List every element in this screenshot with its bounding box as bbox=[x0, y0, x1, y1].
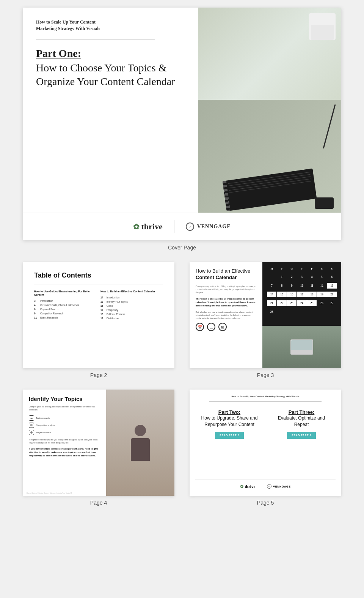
page5-part3-num: Part Three: bbox=[271, 409, 332, 415]
toc-page: Table of Contents How to Use Guided Brai… bbox=[23, 262, 174, 368]
toc-item: 11Event Research bbox=[34, 316, 97, 319]
page3-heading: How to Build an Effective Content Calend… bbox=[196, 268, 256, 281]
cover-part-label: Part One: bbox=[36, 47, 185, 60]
cover-right-photo bbox=[198, 8, 341, 213]
page4-highlight: If you have multiple services or categor… bbox=[29, 447, 100, 458]
page5-header: How to Scale Up Your Content Marketing S… bbox=[195, 395, 336, 398]
read-part2-button[interactable]: READ PART 2 bbox=[215, 432, 244, 439]
cal-cell-highlight: 13 bbox=[327, 283, 337, 289]
page5-label: Page 5 bbox=[257, 500, 274, 506]
page3-right-calendar: M T W T F S S 1 2 3 bbox=[262, 262, 341, 368]
desk-photo bbox=[262, 326, 341, 368]
calendar-icon: 📅 bbox=[196, 323, 204, 331]
cal-cell: 9 bbox=[287, 283, 297, 289]
cover-title-small: How to Scale Up Your Content Marketing S… bbox=[36, 19, 185, 32]
cal-cell: 26 bbox=[317, 300, 326, 306]
bullet-icon-3: ◎ bbox=[29, 430, 34, 435]
cal-cell: 7 bbox=[267, 283, 276, 289]
logo-separator bbox=[174, 220, 174, 233]
page5-thumbnail: How to Scale Up Your Content Marketing S… bbox=[190, 390, 341, 496]
chart-icon: ⊞ bbox=[218, 323, 227, 331]
monitor-icon bbox=[290, 339, 313, 355]
cal-day-t2: T bbox=[297, 267, 306, 271]
person-silhouette bbox=[131, 425, 150, 461]
cover-horizontal-divider bbox=[36, 39, 155, 40]
toc-col1: How to Use Guided Brainstorming For Bett… bbox=[34, 290, 97, 321]
cal-cell: 10 bbox=[297, 283, 306, 289]
cal-week5: 28 bbox=[265, 308, 338, 316]
cal-cell-highlight: 22 bbox=[277, 300, 286, 306]
toc-item: 19Distribution bbox=[100, 317, 163, 320]
thumbnails-grid: Table of Contents How to Use Guided Brai… bbox=[23, 262, 341, 506]
page3-body1: Once you map out the list of blog post t… bbox=[196, 285, 256, 294]
page5-footer: ✿ thrive ○ VENNGAGE bbox=[195, 479, 336, 490]
cal-week3: 14 15 16 17 18 19 20 bbox=[265, 290, 338, 299]
toc-item: 15Identify Your Topics bbox=[100, 300, 163, 303]
cover-photo-bottom bbox=[198, 100, 341, 213]
toc-item: 3Introduction bbox=[34, 300, 97, 302]
page3-inner: How to Build an Effective Content Calend… bbox=[190, 262, 341, 368]
page5-venngage-text: VENNGAGE bbox=[273, 485, 290, 488]
cover-subtitle: How to Choose Your Topics & Organize You… bbox=[36, 61, 185, 89]
page5-inner: How to Scale Up Your Content Marketing S… bbox=[190, 390, 341, 496]
toc-col1-heading: How to Use Guided Brainstorming For Bett… bbox=[34, 290, 97, 297]
page5-wrapper: How to Scale Up Your Content Marketing S… bbox=[190, 390, 341, 506]
pen bbox=[323, 104, 336, 149]
cal-cell: 4 bbox=[307, 274, 317, 280]
page5-part2-num: Part Two: bbox=[199, 409, 260, 415]
page4-right-photo bbox=[106, 390, 174, 496]
notebook bbox=[223, 169, 317, 211]
page4-subtitle: Compile your list of blog post topics in… bbox=[29, 405, 100, 412]
cover-left-panel: How to Scale Up Your Content Marketing S… bbox=[23, 8, 198, 213]
page3-left: How to Build an Effective Content Calend… bbox=[190, 262, 262, 368]
toc-col2: How to Build an Effective Content Calend… bbox=[100, 290, 163, 321]
page4-wrapper: Identify Your Topics Compile your list o… bbox=[23, 390, 174, 506]
page4-thumbnail: Identify Your Topics Compile your list o… bbox=[23, 390, 174, 496]
page2-wrapper: Table of Contents How to Use Guided Brai… bbox=[23, 262, 174, 378]
page4-label: Page 4 bbox=[90, 500, 107, 506]
cal-day-t: T bbox=[277, 267, 286, 271]
cal-day-w: W bbox=[287, 267, 297, 271]
cal-cell: 1 bbox=[277, 274, 286, 280]
page5-thrive-logo: ✿ thrive bbox=[240, 484, 255, 489]
page5-part3: Part Three: Evaluate, Optimize and Repea… bbox=[267, 406, 336, 475]
bullet-icon-2: ⊞ bbox=[29, 423, 34, 428]
cal-day-s2: S bbox=[327, 267, 337, 271]
cal-day-s: S bbox=[317, 267, 326, 271]
thrive-text: thrive bbox=[141, 222, 162, 232]
cal-cell-highlight: 16 bbox=[287, 292, 297, 297]
toc-item: 18Editorial Process bbox=[100, 313, 163, 316]
cal-cell bbox=[267, 274, 276, 280]
cal-week2: 7 8 9 10 11 12 13 bbox=[265, 281, 338, 290]
cal-day-m: M bbox=[267, 267, 276, 271]
read-part3-button[interactable]: READ PART 3 bbox=[287, 432, 316, 439]
page5-venngage-icon: ○ bbox=[267, 484, 271, 489]
venngage-logo: ○ VENNGAGE bbox=[186, 222, 231, 231]
page3-thumbnail: How to Build an Effective Content Calend… bbox=[190, 262, 341, 368]
cal-cell: 11 bbox=[307, 283, 317, 289]
cal-cell-highlight: 24 bbox=[297, 300, 306, 306]
cal-cell-highlight: 18 bbox=[307, 292, 317, 297]
toc-title: Table of Contents bbox=[34, 271, 163, 279]
cal-cell: 2 bbox=[287, 274, 297, 280]
cal-day-f: F bbox=[307, 267, 317, 271]
page4-note: It might even be helpful for you to alig… bbox=[29, 438, 100, 445]
cal-week1: 1 2 3 4 5 6 bbox=[265, 273, 338, 281]
page4-inner: Identify Your Topics Compile your list o… bbox=[23, 390, 174, 496]
toc-item: 6Keyword Search bbox=[34, 308, 97, 311]
cover-page: How to Scale Up Your Content Marketing S… bbox=[23, 8, 341, 240]
cal-cell: 3 bbox=[297, 274, 306, 280]
cal-cell-highlight: 19 bbox=[317, 292, 326, 297]
bullet-text-2: Competitive analysis bbox=[36, 424, 55, 426]
cal-cell: 8 bbox=[277, 283, 286, 289]
page5-leaf-icon: ✿ bbox=[240, 484, 243, 489]
page3-body3: But, whether you use a simple spreadshee… bbox=[196, 311, 256, 320]
venngage-text: VENNGAGE bbox=[197, 224, 231, 230]
thrive-logo: ✿ thrive bbox=[133, 222, 162, 232]
page5-parts: Part Two: How to Upgrade, Share and Repu… bbox=[195, 406, 336, 475]
thrive-leaf-icon: ✿ bbox=[133, 222, 140, 231]
page5-part2-title: How to Upgrade, Share and Repurpose Your… bbox=[199, 415, 260, 428]
page3-body2: There isn't a one-size-fits-all when it … bbox=[196, 297, 256, 308]
plant-pot bbox=[309, 13, 336, 40]
phone bbox=[315, 197, 334, 209]
